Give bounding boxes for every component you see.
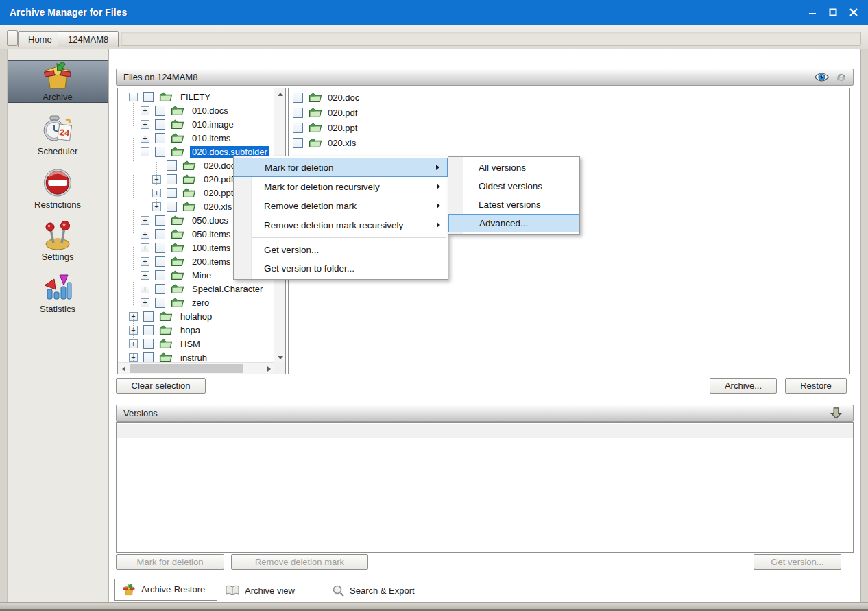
menu-item[interactable]: Remove deletion mark [234, 196, 448, 215]
tree-item-label[interactable]: Special.Character [190, 283, 265, 295]
checkbox[interactable] [293, 93, 303, 103]
file-item-label[interactable]: 020.pdf [328, 108, 357, 118]
file-item-label[interactable]: 020.ppt [328, 123, 357, 133]
tree-item-label[interactable]: 200.items [190, 256, 232, 267]
file-list-item[interactable]: 020.xls [293, 135, 849, 150]
checkbox[interactable] [167, 174, 177, 184]
checkbox[interactable] [155, 270, 165, 280]
submenu-item[interactable]: Latest versions [448, 195, 579, 214]
tree-item-label[interactable]: 010.items [190, 132, 232, 144]
maximize-icon[interactable] [825, 5, 841, 20]
checkbox[interactable] [167, 188, 177, 198]
menu-item[interactable]: Get version to folder... [234, 259, 448, 278]
restore-button[interactable]: Restore [785, 378, 847, 394]
archive-button[interactable]: Archive... [710, 378, 777, 394]
tree-item-label[interactable]: zero [190, 297, 211, 309]
tree-item[interactable]: +holahop [118, 309, 274, 323]
bottom-tab-archive-restore[interactable]: Archive-Restore [114, 579, 217, 601]
tree-item-label[interactable]: instruh [178, 352, 209, 363]
tree-item-label[interactable]: 020.doc [202, 160, 237, 171]
checkbox[interactable] [143, 311, 154, 322]
tree-item-label[interactable]: hopa [178, 324, 202, 336]
close-icon[interactable] [846, 5, 861, 20]
tree-item[interactable]: +Special.Character [118, 282, 274, 296]
tree-item-label[interactable]: holahop [178, 311, 214, 322]
submenu-item[interactable]: All versions [448, 158, 579, 177]
checkbox[interactable] [155, 243, 165, 253]
sidebar-item-settings[interactable]: Settings [8, 219, 108, 262]
tree-item-label[interactable]: 020.xls [202, 201, 234, 213]
sidebar-item-restrictions[interactable]: Restrictions [8, 167, 108, 210]
checkbox[interactable] [293, 108, 303, 118]
checkbox[interactable] [155, 106, 165, 116]
menu-item[interactable]: Mark for deletion recursively [234, 177, 448, 196]
tree-item-label[interactable]: FILETY [178, 91, 213, 103]
minimize-icon[interactable] [805, 5, 820, 20]
tree-horizontal-scrollbar[interactable] [118, 362, 275, 374]
tree-item[interactable]: +instruh [118, 350, 274, 363]
checkbox[interactable] [155, 215, 165, 226]
bottom-tab-search-export[interactable]: Search & Export [325, 581, 442, 600]
tab-scroll-stub[interactable] [7, 30, 18, 46]
scroll-up-icon[interactable] [274, 88, 286, 100]
folder-icon [182, 201, 196, 212]
sidebar-item-archive[interactable]: Archive [8, 60, 108, 103]
checkbox[interactable] [143, 325, 154, 335]
folder-icon [171, 242, 184, 253]
sidebar-item-scheduler[interactable]: 24Scheduler [8, 114, 108, 156]
tree-item-label[interactable]: 050.items [190, 228, 232, 240]
tree-item[interactable]: +010.items [118, 131, 274, 145]
refresh-icon[interactable] [835, 72, 847, 83]
checkbox[interactable] [293, 138, 303, 148]
submenu-item[interactable]: Oldest versions [448, 177, 579, 195]
checkbox[interactable] [155, 119, 165, 130]
tree-item[interactable]: +010.image [118, 117, 274, 131]
bottom-tab-archive-view[interactable]: Archive view [219, 581, 318, 600]
menu-item[interactable]: Mark for deletion [234, 158, 448, 177]
file-item-label[interactable]: 020.xls [328, 138, 356, 148]
checkbox[interactable] [155, 229, 165, 239]
tree-item[interactable]: +HSM [118, 337, 274, 350]
mark-for-deletion-button[interactable]: Mark for deletion [116, 554, 224, 570]
remove-deletion-mark-button[interactable]: Remove deletion mark [231, 554, 368, 570]
file-list-item[interactable]: 020.ppt [293, 120, 849, 135]
get-version-button[interactable]: Get version... [754, 554, 841, 570]
tree-item-label[interactable]: 100.items [190, 242, 232, 254]
checkbox[interactable] [143, 339, 154, 349]
checkbox[interactable] [155, 298, 165, 308]
tree-item-label[interactable]: HSM [178, 338, 202, 350]
scrollbar-thumb[interactable] [130, 364, 243, 373]
menu-item[interactable]: Remove deletion mark recursively [234, 215, 448, 235]
checkbox[interactable] [143, 352, 154, 363]
tab-home[interactable]: Home [18, 31, 62, 47]
file-list-item[interactable]: 020.pdf [293, 105, 849, 120]
menu-item[interactable]: Get version... [234, 241, 448, 259]
tree-item-label[interactable]: 020.ppt [202, 187, 235, 199]
checkbox[interactable] [155, 147, 165, 157]
scroll-left-icon[interactable] [118, 363, 130, 374]
tree-item-label[interactable]: Mine [190, 269, 213, 281]
submenu-item[interactable]: Advanced... [448, 214, 579, 232]
checkbox[interactable] [155, 133, 165, 143]
tree-item[interactable]: +hopa [118, 323, 274, 337]
file-list-item[interactable]: 020.doc [293, 90, 849, 105]
checkbox[interactable] [293, 123, 303, 133]
down-arrow-icon[interactable] [830, 407, 842, 420]
tree-item[interactable]: −FILETY [118, 90, 274, 104]
checkbox[interactable] [167, 202, 177, 212]
clear-selection-button[interactable]: Clear selection [116, 378, 206, 394]
tree-item[interactable]: +010.docs [118, 104, 274, 117]
tree-item-label[interactable]: 020.pdf [202, 173, 235, 185]
checkbox[interactable] [143, 92, 154, 102]
tree-item-label[interactable]: 010.docs [190, 105, 230, 117]
tree-item-label[interactable]: 010.image [190, 119, 236, 130]
checkbox[interactable] [167, 160, 177, 171]
eye-icon[interactable] [814, 71, 830, 83]
tree-item-label[interactable]: 050.docs [190, 215, 230, 226]
checkbox[interactable] [155, 256, 165, 267]
tree-item[interactable]: +zero [118, 296, 274, 309]
file-item-label[interactable]: 020.doc [328, 93, 359, 103]
tab-124mam8[interactable]: 124MAM8 [58, 31, 119, 47]
sidebar-item-statistics[interactable]: Statistics [8, 272, 108, 314]
checkbox[interactable] [155, 284, 165, 294]
